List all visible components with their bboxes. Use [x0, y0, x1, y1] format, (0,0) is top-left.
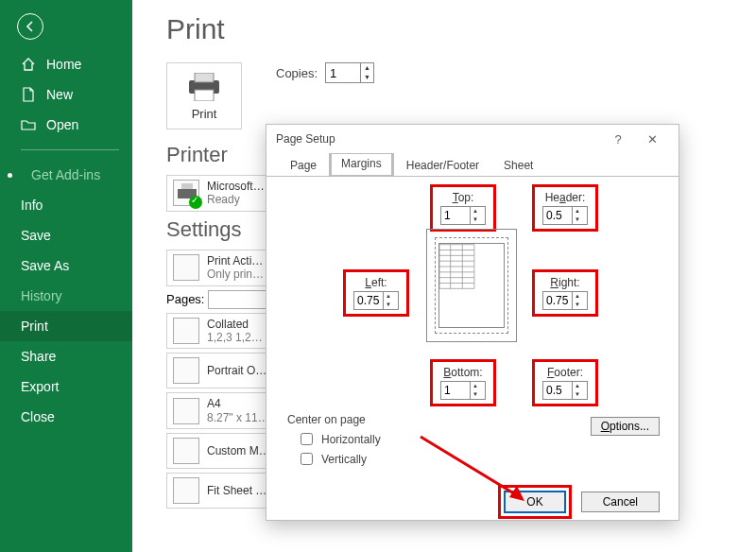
nav-label: Save: [21, 228, 51, 243]
margin-top-input[interactable]: [441, 207, 470, 224]
nav-label: Share: [21, 349, 56, 364]
nav-share[interactable]: Share: [0, 341, 132, 371]
center-v-checkbox[interactable]: [301, 453, 313, 465]
spinner-up-icon[interactable]: ▲: [384, 292, 393, 301]
center-horizontally[interactable]: Horizontally: [297, 430, 381, 448]
printer-status-icon: [173, 180, 199, 206]
svg-rect-1: [195, 73, 214, 82]
margin-right-input[interactable]: [543, 292, 572, 309]
margin-footer-input[interactable]: [543, 382, 572, 399]
print-button[interactable]: Print: [166, 62, 242, 129]
tab-page[interactable]: Page: [278, 153, 329, 177]
nav-label: Get Add-ins: [31, 167, 100, 182]
printer-status: Ready: [207, 193, 265, 206]
back-arrow-icon: [24, 20, 37, 33]
tab-strip: Page Margins Header/Footer Sheet: [266, 153, 679, 177]
margin-left-spinner[interactable]: ▲▼: [353, 291, 399, 310]
margins-icon: [173, 438, 199, 464]
nav-home[interactable]: Home: [0, 49, 132, 79]
printer-name: Microsoft…: [207, 180, 265, 193]
margin-right-spinner[interactable]: ▲▼: [542, 291, 588, 310]
margin-bottom-group: Bottom: ▲▼: [430, 359, 496, 406]
nav-new[interactable]: New: [0, 79, 132, 110]
margin-preview: [426, 229, 517, 342]
new-icon: [21, 87, 36, 102]
dialog-close-button[interactable]: ✕: [635, 125, 669, 153]
copies-input[interactable]: [326, 63, 360, 82]
page-setup-dialog: Page Setup ? ✕ Page Margins Header/Foote…: [266, 124, 679, 521]
copies-spinner[interactable]: ▲▼: [325, 62, 374, 83]
center-vertically[interactable]: Vertically: [297, 450, 381, 468]
center-on-page-group: Center on page Horizontally Vertically: [287, 413, 381, 470]
nav-history[interactable]: History: [0, 281, 132, 311]
margin-top-group: Top: ▲▼: [430, 184, 496, 232]
nav-label: New: [46, 87, 73, 102]
margin-left-input[interactable]: [354, 292, 383, 309]
spinner-up-icon[interactable]: ▲: [573, 382, 582, 390]
print-button-label: Print: [167, 107, 241, 121]
nav-label: Open: [46, 117, 78, 132]
margin-footer-group: Footer: ▲▼: [532, 359, 598, 406]
copies-label: Copies:: [276, 66, 318, 80]
nav-export[interactable]: Export: [0, 371, 132, 402]
pages-label: Pages:: [166, 292, 204, 306]
ok-button[interactable]: OK: [504, 491, 565, 513]
spinner-down-icon[interactable]: ▼: [361, 73, 373, 82]
margin-footer-label: Footer:: [542, 366, 588, 379]
open-icon: [21, 117, 36, 132]
nav-print[interactable]: Print: [0, 311, 132, 341]
spinner-up-icon[interactable]: ▲: [573, 207, 582, 216]
spinner-down-icon[interactable]: ▼: [384, 301, 393, 309]
sheet-icon: [173, 254, 199, 281]
tab-margins[interactable]: Margins: [329, 153, 394, 177]
cancel-button[interactable]: Cancel: [581, 492, 660, 512]
nav-save-as[interactable]: Save As: [0, 250, 132, 281]
nav-label: Export: [21, 379, 59, 394]
margin-left-group: Left: ▲▼: [343, 269, 409, 317]
margin-bottom-spinner[interactable]: ▲▼: [440, 381, 486, 400]
margin-left-label: Left:: [353, 276, 399, 289]
nav-info[interactable]: Info: [0, 190, 132, 220]
margin-header-label: Header:: [542, 191, 588, 204]
margin-top-label: Top:: [440, 191, 486, 204]
scaling-icon: [173, 477, 199, 504]
nav-open[interactable]: Open: [0, 110, 132, 140]
back-button[interactable]: [17, 13, 43, 40]
center-h-checkbox[interactable]: [301, 433, 313, 445]
spinner-up-icon[interactable]: ▲: [361, 63, 373, 73]
nav-close[interactable]: Close: [0, 402, 132, 432]
center-on-page-label: Center on page: [287, 413, 381, 426]
margin-bottom-label: Bottom:: [440, 366, 486, 379]
margin-header-input[interactable]: [543, 207, 572, 224]
margin-header-spinner[interactable]: ▲▼: [542, 206, 588, 225]
nav-label: Close: [21, 409, 55, 424]
margin-top-spinner[interactable]: ▲▼: [440, 206, 486, 225]
margin-bottom-input[interactable]: [441, 382, 470, 399]
stack-icon: [173, 318, 199, 344]
spinner-down-icon[interactable]: ▼: [573, 216, 582, 224]
margin-footer-spinner[interactable]: ▲▼: [542, 381, 588, 400]
spinner-up-icon[interactable]: ▲: [471, 382, 480, 390]
dialog-help-button[interactable]: ?: [601, 125, 635, 153]
nav-label: Print: [21, 319, 48, 334]
tab-header-footer[interactable]: Header/Footer: [394, 153, 491, 177]
spinner-down-icon[interactable]: ▼: [573, 301, 582, 309]
sidebar: Home New Open Get Add-ins Info Save Save…: [0, 0, 132, 552]
options-button[interactable]: Options...: [591, 417, 660, 436]
nav-label: History: [21, 288, 62, 303]
tab-sheet[interactable]: Sheet: [491, 153, 545, 177]
nav-separator: [21, 149, 119, 150]
spinner-down-icon[interactable]: ▼: [573, 390, 582, 399]
margin-right-label: Right:: [542, 276, 588, 289]
nav-get-addins[interactable]: Get Add-ins: [0, 160, 132, 190]
nav-save[interactable]: Save: [0, 220, 132, 250]
svg-rect-4: [181, 183, 193, 189]
spinner-down-icon[interactable]: ▼: [471, 390, 480, 399]
spinner-up-icon[interactable]: ▲: [471, 207, 480, 216]
printer-icon: [185, 73, 223, 101]
svg-rect-2: [195, 90, 214, 101]
spinner-down-icon[interactable]: ▼: [471, 216, 480, 224]
preview-grid-icon: [439, 244, 504, 289]
spinner-up-icon[interactable]: ▲: [573, 292, 582, 301]
dialog-title: Page Setup: [276, 132, 335, 146]
